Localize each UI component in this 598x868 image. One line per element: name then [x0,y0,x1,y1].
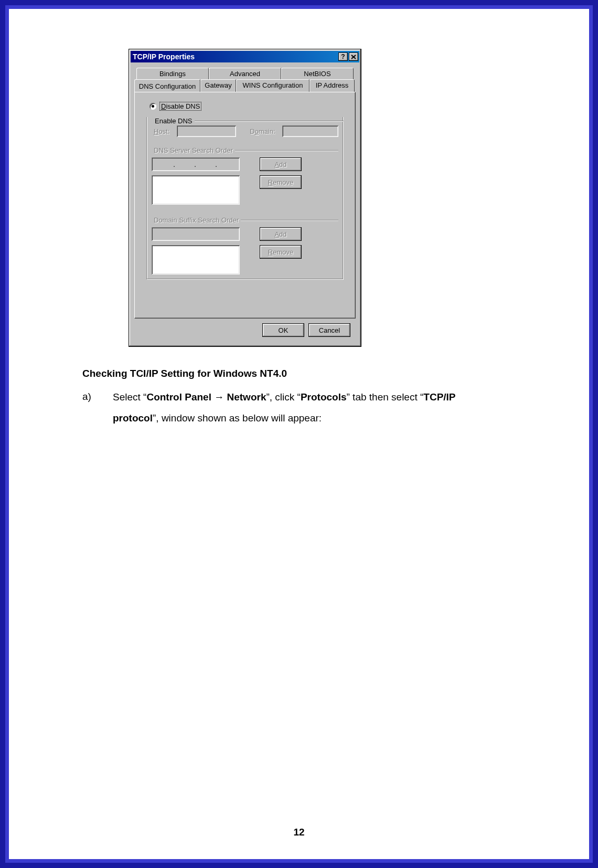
suffix-add-button[interactable]: Add [260,227,302,241]
domain-label: Domain: [250,128,282,135]
domain-suffix-order-group: Domain Suffix Search Order Add Remove [152,212,338,274]
tab-bindings[interactable]: Bindings [136,68,209,79]
host-label: Host: [154,128,177,135]
document-text: Checking TCI/IP Setting for Windows NT4.… [82,364,497,429]
dns-list[interactable] [152,175,240,205]
window-title: TCP/IP Properties [133,52,337,61]
tab-panel: Disable DNS Enable DNS [134,92,356,319]
host-input[interactable] [177,125,236,137]
list-item: a) Select “Control Panel → Network”, cli… [82,387,497,429]
domain-input[interactable] [282,125,338,137]
tab-row-front: DNS Configuration Gateway WINS Configura… [134,79,356,92]
tab-ip-address[interactable]: IP Address [309,79,355,92]
tab-netbios[interactable]: NetBIOS [281,68,354,79]
section-heading: Checking TCI/IP Setting for Windows NT4.… [82,364,497,384]
list-marker: a) [82,387,113,429]
close-button[interactable] [349,52,358,61]
dns-ip-input[interactable]: . . . [152,157,240,171]
host-domain-row: Host: Domain: [154,125,338,137]
help-button[interactable]: ? [338,52,348,61]
tab-gateway[interactable]: Gateway [200,79,236,92]
radio-enable-dns[interactable]: Enable DNS [150,117,195,125]
title-bar: TCP/IP Properties ? [131,51,359,62]
tab-row-back: Bindings Advanced NetBIOS [136,68,356,79]
cancel-button[interactable]: Cancel [308,323,350,337]
tcpip-properties-dialog: TCP/IP Properties ? Bindings Advanced Ne… [129,49,361,347]
dns-add-button[interactable]: Add [260,157,302,171]
suffix-remove-button[interactable]: Remove [260,245,302,259]
suffix-input[interactable] [152,227,240,241]
tab-dns-configuration[interactable]: DNS Configuration [134,79,200,93]
tab-wins-configuration[interactable]: WINS Configuration [236,79,309,92]
domain-suffix-legend: Domain Suffix Search Order [152,216,241,224]
tab-advanced[interactable]: Advanced [209,68,281,79]
page-number: 12 [9,827,589,838]
dns-server-order-group: DNS Server Search Order . . . [152,142,338,205]
suffix-list[interactable] [152,245,240,274]
dialog-button-bar: OK Cancel [134,319,356,341]
radio-disable-dns-label: Disable DNS [159,102,201,111]
dialog-body: Bindings Advanced NetBIOS DNS Configurat… [130,63,360,345]
radio-disable-dns[interactable]: Disable DNS [150,102,344,111]
enable-dns-group: Enable DNS Host: Domain: [146,113,344,280]
radio-icon [150,103,156,110]
list-body: Select “Control Panel → Network”, click … [113,387,497,429]
dns-order-legend: DNS Server Search Order [152,146,235,154]
ok-button[interactable]: OK [262,323,304,337]
dns-remove-button[interactable]: Remove [260,175,302,189]
